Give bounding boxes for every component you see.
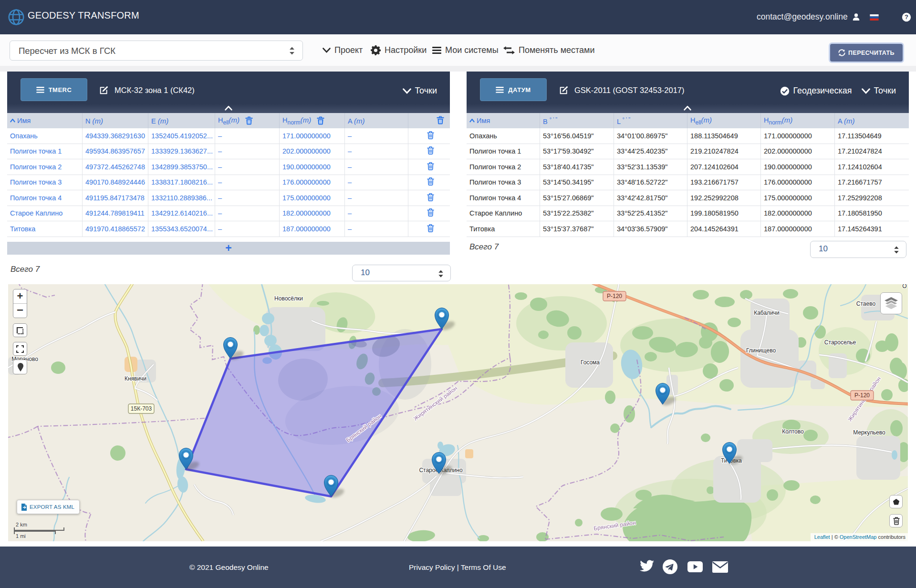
svg-text:Глинищево: Глинищево (746, 347, 776, 354)
svg-text:15К-703: 15К-703 (131, 405, 152, 412)
svg-text:Колтово: Колтово (782, 428, 804, 435)
svg-text:Р-120: Р-120 (607, 293, 622, 299)
svg-text:Р-120: Р-120 (854, 392, 870, 399)
svg-text:О: О (902, 284, 906, 289)
svg-text:Стаево: Стаево (856, 300, 876, 307)
svg-text:Новосёлки: Новосёлки (274, 295, 303, 302)
svg-text:?: ? (905, 13, 908, 21)
svg-text:Госома: Госома (581, 359, 600, 366)
svg-text:Меркульево: Меркульево (853, 429, 885, 436)
svg-text:Кабаличи: Кабаличи (754, 309, 780, 316)
svg-text:Староселье: Староселье (824, 339, 856, 346)
svg-text:Княвичи: Княвичи (125, 375, 146, 382)
